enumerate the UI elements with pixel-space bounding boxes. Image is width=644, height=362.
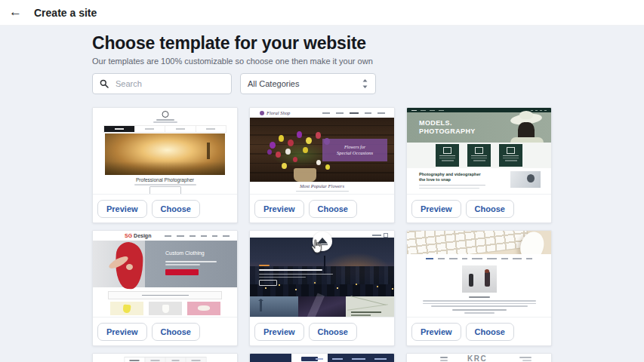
section-heading: Choose template for your website xyxy=(92,33,366,54)
template-card-models-photography[interactable]: MODELS. PHOTOGRAPHY xyxy=(406,107,552,223)
preview-button[interactable]: Preview xyxy=(411,200,461,218)
template-card-navy-header-site[interactable]: Preview Choose xyxy=(249,353,395,362)
decor-line xyxy=(522,360,532,361)
preview-button[interactable]: Preview xyxy=(254,200,304,218)
site-logo-icon xyxy=(162,111,168,118)
banner-line: Flowers for xyxy=(344,144,365,150)
model-hat-crown xyxy=(519,111,533,119)
hero-photo-keyboard xyxy=(407,231,551,254)
hero-title: Custom Clothing xyxy=(165,250,205,256)
template-thumbnail-sg-design[interactable]: SG Design Custom Clothing xyxy=(93,231,237,318)
gallery-thumb-statue xyxy=(250,296,298,317)
site-title: Professional Photographer xyxy=(93,177,237,183)
decor-line xyxy=(423,300,536,302)
site-header xyxy=(250,354,394,362)
preview-button[interactable]: Preview xyxy=(254,323,304,341)
choose-button[interactable]: Choose xyxy=(152,200,200,218)
cta-button xyxy=(165,269,199,275)
decor-line xyxy=(165,261,217,262)
template-card-photographer[interactable]: Professional Photographer Preview Choose xyxy=(92,107,238,223)
product-thumb xyxy=(187,302,220,315)
logo-rest: Design xyxy=(134,233,151,238)
promo-banner xyxy=(108,291,222,299)
top-bar: ← Create a site xyxy=(0,0,644,26)
decor-line xyxy=(259,274,333,275)
product-thumb xyxy=(149,302,182,315)
tab xyxy=(125,357,144,362)
preview-button[interactable]: Preview xyxy=(97,200,147,218)
nav-item xyxy=(104,126,134,132)
nav-item xyxy=(134,126,165,132)
tulip xyxy=(282,163,287,169)
choose-button[interactable]: Choose xyxy=(309,323,357,341)
back-arrow-icon[interactable]: ← xyxy=(9,5,22,18)
preview-button[interactable]: Preview xyxy=(411,323,461,341)
feature-tile xyxy=(436,144,459,167)
template-card-tabbed-site[interactable]: Preview Choose xyxy=(92,353,238,362)
tab xyxy=(144,357,165,362)
site-logo-icon xyxy=(260,111,264,115)
vase xyxy=(294,168,316,182)
tulip xyxy=(288,140,294,146)
banner-line: Special Occasions xyxy=(337,150,373,156)
template-thumbnail-krc-site[interactable]: KRC xyxy=(407,354,551,362)
decor-line xyxy=(431,305,528,307)
choose-button[interactable]: Choose xyxy=(152,323,200,341)
decor-line xyxy=(440,357,448,358)
body-image-office xyxy=(462,265,497,293)
template-thumbnail-keyboard-business[interactable] xyxy=(407,231,551,318)
template-thumbnail-tabbed-site[interactable] xyxy=(93,354,237,362)
template-thumbnail-navy-header-site[interactable] xyxy=(250,354,394,362)
hero-photo-red-dress: Custom Clothing xyxy=(93,241,237,287)
site-logo-text: SG Design xyxy=(125,233,151,238)
search-input[interactable] xyxy=(114,78,224,89)
search-field[interactable] xyxy=(92,73,232,94)
tulip xyxy=(316,160,321,165)
template-thumbnail-models-photography[interactable]: MODELS. PHOTOGRAPHY xyxy=(407,108,551,195)
tulip xyxy=(303,147,308,153)
card-actions: Preview Choose xyxy=(250,195,394,223)
site-logo-text: KRC xyxy=(467,354,487,362)
template-thumbnail-floral-shop[interactable]: Floral Shop xyxy=(250,108,394,195)
template-card-floral-shop[interactable]: Floral Shop xyxy=(249,107,395,223)
preview-button[interactable]: Preview xyxy=(97,323,147,341)
template-card-sg-design[interactable]: SG Design Custom Clothing xyxy=(92,230,238,346)
gallery-thumb-nightsky xyxy=(298,296,347,317)
create-site-page: ← Create a site Choose template for your… xyxy=(0,0,644,362)
choose-button[interactable]: Choose xyxy=(309,200,357,218)
site-navbar xyxy=(103,125,226,133)
decor-shadow xyxy=(105,161,225,175)
category-selected-value: All Categories xyxy=(248,79,299,88)
product-row xyxy=(108,302,222,315)
model-dress xyxy=(510,137,544,143)
chevron-up-down-icon xyxy=(362,78,368,89)
page-title: Create a site xyxy=(34,7,97,19)
hero-title: MODELS. PHOTOGRAPHY xyxy=(419,119,476,136)
hero-photo-tulips: Flowers for Special Occasions xyxy=(250,118,394,182)
decor-line xyxy=(440,360,448,361)
template-thumbnail-photographer[interactable]: Professional Photographer xyxy=(93,108,237,195)
card-actions: Preview Choose xyxy=(93,195,237,223)
section-subheading: Our templates are 100% customizable so c… xyxy=(92,57,373,66)
category-dropdown[interactable]: All Categories xyxy=(240,73,376,94)
hero-photo-field-sunset xyxy=(105,133,225,175)
decor-line xyxy=(296,191,349,192)
site-navbar xyxy=(407,258,551,259)
template-card-keyboard-business[interactable]: Preview Choose xyxy=(406,230,552,346)
decor-line xyxy=(423,303,536,305)
template-card-krc-site[interactable]: KRC Preview Choose xyxy=(406,353,552,362)
hero-title-line: PHOTOGRAPHY xyxy=(419,127,476,136)
decor-line xyxy=(259,269,322,272)
tulip xyxy=(276,152,281,158)
tulip xyxy=(270,142,276,149)
hero-title-line: MODELS. xyxy=(419,119,476,127)
feature-tiles xyxy=(407,143,551,168)
decor-line xyxy=(419,188,479,189)
choose-button[interactable]: Choose xyxy=(466,323,514,341)
card-actions: Preview Choose xyxy=(407,195,551,223)
product-thumb xyxy=(110,302,143,315)
card-actions: Preview Choose xyxy=(93,318,237,346)
decor-line xyxy=(419,185,485,186)
template-grid: Professional Photographer Preview Choose… xyxy=(92,107,552,362)
choose-button[interactable]: Choose xyxy=(466,200,514,218)
